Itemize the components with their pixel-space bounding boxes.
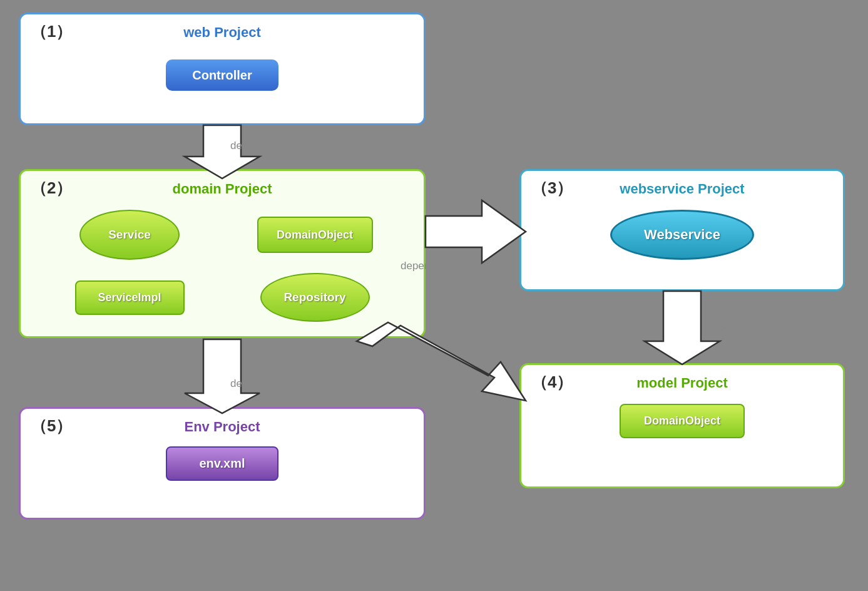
box4-number: （4） [531, 371, 573, 393]
model-domainobject-button[interactable]: DomainObject [620, 404, 745, 438]
depends-label-1: depends [230, 140, 271, 152]
depends-label-5: depends [230, 378, 271, 389]
svg-marker-1 [426, 200, 526, 263]
box3-number: （3） [531, 177, 573, 199]
arrow-box3-to-box4 [645, 291, 720, 364]
serviceimpl-button[interactable]: ServiceImpl [75, 280, 185, 315]
webservice-project-box: （3） webservice Project Webservice [519, 169, 845, 291]
envxml-button[interactable]: env.xml [166, 446, 278, 481]
box1-number: （1） [31, 21, 72, 43]
controller-button[interactable]: Controller [166, 59, 278, 91]
box3-title: webservice Project [531, 181, 833, 197]
arrow-box2-to-box3 [426, 200, 526, 263]
svg-marker-2 [645, 291, 720, 364]
depends-label-4: depends [413, 378, 454, 389]
box5-title: Env Project [31, 419, 414, 435]
box4-title: model Project [531, 375, 833, 391]
domain-project-box: （2） domain Project Service DomainObject … [19, 169, 426, 338]
env-project-box: （5） Env Project env.xml [19, 407, 426, 520]
domain-grid: Service DomainObject ServiceImpl Reposit… [31, 203, 414, 329]
depends-label-3: depends [707, 321, 748, 333]
model-project-box: （4） model Project DomainObject [519, 363, 845, 488]
web-project-box: （1） web Project Controller [19, 13, 426, 125]
svg-marker-4 [185, 339, 260, 413]
box2-number: （2） [31, 177, 72, 199]
box2-title: domain Project [31, 181, 414, 197]
webservice-button[interactable]: Webservice [610, 210, 754, 260]
box5-number: （5） [31, 415, 72, 437]
box1-title: web Project [31, 24, 414, 41]
domainobject-button[interactable]: DomainObject [257, 217, 373, 253]
service-button[interactable]: Service [79, 210, 180, 260]
repository-button[interactable]: Repository [260, 273, 370, 322]
arrow-box2-to-box5 [185, 339, 260, 413]
